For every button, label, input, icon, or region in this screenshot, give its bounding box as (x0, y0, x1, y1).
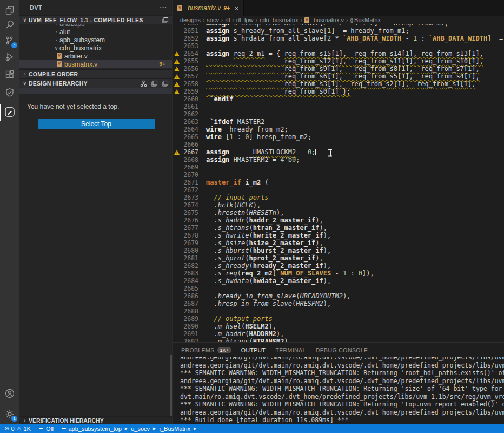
breadcrumb-item-designs[interactable]: designs (180, 17, 201, 23)
pane-header-design-hierarchy[interactable]: ∨ DESIGN HIERARCHY (19, 78, 172, 88)
code-line[interactable]: 2657 req_from_s6[1], req_from_s5[1], req… (173, 73, 504, 80)
extensions-icon[interactable] (4, 69, 16, 81)
trace-toggle[interactable]: Off (38, 425, 54, 432)
hierarchy-breadcrumb[interactable]: ☰ apb_subsystem_top▶u_socv▶i_BusMatrix▶ (61, 425, 197, 432)
gutter-cell (173, 300, 181, 307)
breadcrumb-item-socv[interactable]: socv (207, 17, 219, 23)
code-line[interactable]: 2664wire hready_from_m2; (173, 126, 504, 133)
pane-header-compiled-files[interactable]: ∨ UVM_REF_FLOW_1.1 - COMPILED FILES (19, 15, 172, 24)
code-line[interactable]: 2679 .s_hsize(hsize_2_master_if), (173, 239, 504, 247)
tab-label: TERMINAL (275, 347, 306, 353)
code-line[interactable]: 2665wire [1 : 0] hresp_from_m2; (173, 133, 504, 141)
code-line[interactable]: 2683 .s_req(req_2_m2[`NUM_OF_SLAVES - 1 … (173, 270, 504, 277)
code-line[interactable]: 2660 `endif (173, 95, 504, 103)
tree-item-cdn_busmatrix[interactable]: ∨cdn_busmatrix (19, 44, 172, 52)
tree-item-alut[interactable]: ›alut (19, 28, 172, 36)
select-top-button[interactable]: Select Top (38, 119, 155, 129)
code-line[interactable]: 2676 .s_haddr(haddr_2_master_if), (173, 216, 504, 224)
tab-output[interactable]: OUTPUT (241, 343, 266, 357)
line-number: 2652 (181, 35, 198, 42)
expand-all-icon[interactable] (151, 80, 158, 87)
tab-terminal[interactable]: TERMINAL (275, 343, 306, 357)
code-line[interactable]: 2669 (173, 163, 504, 171)
breadcrumb-item-cdn_busmatrix[interactable]: cdn_busmatrix (260, 17, 299, 23)
code-line[interactable]: 2656 req_from_s9[1], req_from_s8[1], req… (173, 65, 504, 73)
breadcrumb-item-busmatrix-v[interactable]: busmatrix.v (304, 17, 344, 23)
output-line: andreea.georgian/git/dvt.main/ro.amiq.dv… (180, 362, 504, 370)
breadcrumb-item-BusMatrix[interactable]: {}BusMatrix (350, 17, 381, 23)
search-icon[interactable] (4, 18, 16, 30)
code-line[interactable]: 2662 (173, 110, 504, 118)
code-line[interactable]: 2678 .s_hwrite(hwrite_2_master_if), (173, 232, 504, 239)
code-line[interactable]: 2686 .hready_in_from_slave(HREADYOUTM2), (173, 292, 504, 300)
collapse-all-icon[interactable] (162, 17, 169, 24)
account-icon[interactable] (4, 388, 16, 399)
code-line[interactable]: 2689 // output ports (173, 315, 504, 323)
testing-icon[interactable] (4, 87, 16, 99)
code-line[interactable]: 2673 // input ports (173, 194, 504, 201)
breadcrumb-item-rtl[interactable]: rtl (225, 17, 230, 23)
verilog-file-icon (177, 5, 182, 11)
code-line[interactable]: 2653 (173, 42, 504, 50)
tab-problems[interactable]: PROBLEMS 1K+ (181, 343, 231, 357)
explorer-icon[interactable] (4, 4, 16, 16)
line-number: 2680 (181, 247, 198, 254)
code-viewport[interactable]: 2650assign s_hresp_from_all_slave[2 * 2 … (173, 24, 504, 342)
code-line[interactable]: 2682 .s_hready(hready_2_master_if), (173, 262, 504, 270)
code-line[interactable]: 2658 req_from_s3[1], req_from_s2[1], req… (173, 80, 504, 88)
more-actions-icon[interactable]: ⋯ (160, 3, 167, 11)
code-line[interactable]: 2663 `ifdef MASTER2 (173, 118, 504, 126)
run-debug-icon[interactable] (4, 51, 16, 63)
problems-status[interactable]: ⊘ 0 ⚠ 1K (4, 425, 31, 432)
output-line: *** SEMANTIC WARNING: WIDTH_MISMATCH_TRU… (180, 385, 504, 393)
code-line[interactable]: 2677 .s_htrans(htran_2_master_if), (173, 224, 504, 232)
code-line[interactable]: 2655 req_from_s12[1], req_from_s11[1], r… (173, 57, 504, 65)
code-line[interactable]: 2691 .m_haddr(HADDRM2), (173, 330, 504, 338)
collapse-all-icon[interactable] (162, 80, 169, 87)
code-text: .s_hburst(hburst_2_master_if), (206, 247, 504, 254)
code-line[interactable]: 2667assign HMASTLOCKM2 = 0; (173, 148, 504, 156)
code-line[interactable]: 2668assign HMASTERM2 = 4'b0; (173, 156, 504, 163)
code-line[interactable]: 2684 .s_hwdata(hwdata_2_master_if), (173, 277, 504, 285)
code-line[interactable]: 2651assign s_hready_from_all_slave[1] = … (173, 27, 504, 35)
code-line[interactable]: 2674 .hclk(HCLK), (173, 201, 504, 209)
code-line[interactable]: 2671master_if i_m2 ( (173, 179, 504, 186)
breadcrumb-item-rtl_lpw[interactable]: rtl_lpw (236, 17, 254, 23)
tree-item-badge: 9+ (160, 61, 165, 67)
gutter-cell (173, 35, 181, 42)
code-line[interactable]: 2661 (173, 103, 504, 110)
code-line[interactable]: 2654assign req_2_m1 = { req_from_s15[1],… (173, 50, 504, 57)
code-line[interactable]: 2685 (173, 285, 504, 292)
tree-item-apb_subsystem[interactable]: ›apb_subsystem (19, 36, 172, 44)
dvt-icon[interactable] (4, 106, 16, 118)
code-line[interactable]: 2680 .s_hburst(hburst_2_master_if), (173, 247, 504, 254)
tab-busmatrix[interactable]: busmatrix.v 9+ × (173, 0, 244, 16)
code-line[interactable]: 2672 (173, 186, 504, 194)
pane-header-compile-order[interactable]: › COMPILE ORDER (19, 69, 172, 78)
code-line[interactable]: 2666 (173, 141, 504, 148)
code-line[interactable]: 2690 .m_hsel(HSELM2), (173, 323, 504, 330)
code-line[interactable]: 2675 .hresetn(HRESETn), (173, 209, 504, 216)
code-text: req_from_s12[1], req_from_s11[1], req_fr… (206, 57, 504, 65)
close-icon[interactable]: × (235, 4, 239, 12)
code-line[interactable]: 2687 .hresp_in_from_slave(HRESPM2), (173, 300, 504, 307)
code-text: .hready_in_from_slave(HREADYOUTM2), (206, 292, 504, 300)
output-console[interactable]: andreea.georgian/git/dvt.main/ro.amiq.dv… (173, 357, 504, 424)
code-line[interactable]: 2652assign s_hrdata_from_all_slave[2 * `… (173, 35, 504, 42)
tree-item-busmatrix-v[interactable]: busmatrix.v9+ (19, 60, 172, 68)
gutter-cell (173, 27, 181, 35)
settings-gear-icon[interactable]: 1 (4, 408, 16, 420)
tab-debug-console[interactable]: DEBUG CONSOLE (316, 343, 368, 357)
code-line[interactable]: 2692 .m_htrans(HTRANSM2), (173, 338, 504, 342)
pane-header-verification-hierarchy[interactable]: › VERIFICATION HIERARCHY (19, 416, 172, 424)
code-line[interactable]: 2659 req_from_s0[1] }; (173, 88, 504, 95)
code-line[interactable]: 2681 .s_hprot(hprot_2_master_if), (173, 254, 504, 262)
output-line: *** SEMANTIC WARNING: WIDTH_MISMATCH_TRU… (180, 401, 504, 409)
select-top-icon[interactable] (140, 80, 147, 87)
warning-icon (174, 150, 180, 155)
source-control-icon[interactable]: ◔ (4, 35, 16, 47)
code-line[interactable]: 2688 (173, 307, 504, 315)
tree-item-arbiter-v[interactable]: arbiter.v (19, 52, 172, 60)
gutter-cell (173, 126, 181, 133)
code-line[interactable]: 2670 (173, 171, 504, 179)
